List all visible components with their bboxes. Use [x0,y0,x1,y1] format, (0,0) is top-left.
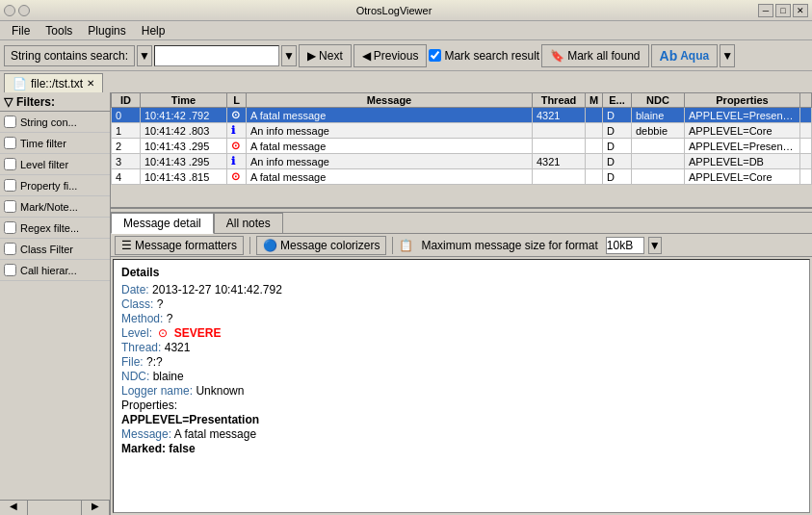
method-label: Method: [121,312,163,325]
next-arrow-icon: ▶ [307,49,316,63]
cell-message-3: An info message [247,154,533,169]
search-input-dropdown[interactable]: ▼ [281,45,297,66]
cell-ndc-1: debbie [632,123,685,139]
ndc-value-text: blaine [153,370,184,383]
cell-e-0: D [603,108,632,123]
cell-thread-1 [533,123,586,139]
detail-method: Method: ? [121,312,801,325]
cell-time-0: 10:41:42 .792 [141,108,227,123]
window-controls-left [4,5,30,16]
filter-checkbox-7[interactable] [4,264,16,276]
filter-item-2[interactable]: Level filter [0,154,110,175]
cell-e-1: D [603,123,632,139]
mark-search-result-checkbox[interactable] [429,49,441,62]
log-row-3[interactable]: 3 10:41:43 .295 ℹ An info message 4321 D… [112,154,812,169]
menu-file[interactable]: File [4,22,38,39]
file-tab-close[interactable]: ✕ [87,78,94,89]
close-button[interactable]: ✕ [793,4,808,17]
max-size-input[interactable] [606,237,644,254]
cell-level-3: ℹ [227,154,247,169]
menu-tools[interactable]: Tools [38,22,80,39]
marked-label: Marked: [121,442,166,455]
message-colorizers-button[interactable]: 🔵 Message colorizers [256,236,386,255]
win-dot-2[interactable] [18,5,30,16]
detail-properties-header: Properties: [121,399,801,412]
filter-item-0[interactable]: String con... [0,112,110,133]
menu-plugins[interactable]: Plugins [80,22,133,39]
minimize-button[interactable]: ─ [758,4,773,17]
cell-scroll-0 [800,108,812,123]
filter-checkbox-2[interactable] [4,158,16,170]
cell-level-2: ⊙ [227,139,247,154]
filter-item-4[interactable]: Mark/Note... [0,196,110,218]
filter-checkbox-0[interactable] [4,116,16,128]
main-area: ▽ Filters: String con... Time filter Lev… [0,92,812,515]
separator-1 [249,237,250,254]
cell-id-1: 1 [112,123,141,139]
log-row-4[interactable]: 4 10:41:43 .815 ⊙ A fatal message D APPL… [112,169,812,185]
cell-properties-4: APPLEVEL=Core [685,169,800,185]
log-row-1[interactable]: 1 10:41:42 .803 ℹ An info message D debb… [112,123,812,139]
filter-label-7: Call hierar... [20,265,77,276]
log-table-container: ID Time L Message Thread M E... NDC Prop… [111,92,812,208]
cell-time-2: 10:41:43 .295 [141,139,227,154]
search-type-dropdown[interactable]: ▼ [137,45,152,66]
mark-search-result-label[interactable]: Mark search result [429,49,539,63]
cell-e-4: D [603,169,632,185]
file-value-text: ?:? [146,355,163,369]
cell-m-3 [586,154,603,169]
cell-id-4: 4 [112,169,141,185]
cell-thread-3: 4321 [533,154,586,169]
cell-level-0: ⊙ [227,108,247,123]
filter-checkbox-5[interactable] [4,221,16,234]
app-title: OtrosLogViewer [30,5,758,16]
filter-item-6[interactable]: Class Filter [0,239,110,260]
log-row-0[interactable]: 0 10:41:42 .792 ⊙ A fatal message 4321 D… [112,108,812,123]
filter-item-1[interactable]: Time filter [0,133,110,154]
search-input[interactable] [154,45,279,66]
mark-all-found-button[interactable]: 🔖 Mark all found [541,44,648,67]
filter-checkbox-1[interactable] [4,137,16,149]
sidebar-scroll-right[interactable]: ▶ [82,501,110,515]
class-label: Class: [121,297,153,311]
previous-button[interactable]: ◀ Previous [354,44,428,67]
sidebar-scroll-left[interactable]: ◀ [0,501,28,515]
menu-help[interactable]: Help [134,22,173,39]
cell-id-0: 0 [112,108,141,123]
next-button[interactable]: ▶ Next [299,44,352,67]
cell-properties-2: APPLEVEL=Presentation [685,139,800,154]
detail-logger: Logger name: Unknown [121,384,801,398]
file-label: File: [121,355,144,369]
formatters-icon: ☰ [121,239,132,252]
aqua-button[interactable]: Ab Aqua [651,44,719,67]
cell-scroll-4 [800,169,812,185]
cell-time-1: 10:41:42 .803 [141,123,227,139]
cell-ndc-4 [632,169,685,185]
cell-m-0 [586,108,603,123]
thread-label: Thread: [121,341,161,354]
filter-item-3[interactable]: Property fi... [0,175,110,196]
filter-checkbox-3[interactable] [4,179,16,192]
date-label: Date: [121,283,149,296]
separator-2 [392,237,393,254]
maximize-button[interactable]: □ [775,4,791,17]
aqua-dropdown[interactable]: ▼ [720,44,735,67]
tab-all-notes[interactable]: All notes [214,213,283,233]
aqua-label: Aqua [680,49,709,63]
filter-checkbox-4[interactable] [4,200,16,213]
win-dot-1[interactable] [4,5,15,16]
cell-level-4: ⊙ [227,169,247,185]
log-row-2[interactable]: 2 10:41:43 .295 ⊙ A fatal message D APPL… [112,139,812,154]
col-m: M [586,93,603,108]
tab-message-detail[interactable]: Message detail [111,213,214,234]
file-tab[interactable]: 📄 file::/tst.txt ✕ [4,73,103,92]
cell-m-1 [586,123,603,139]
filter-item-7[interactable]: Call hierar... [0,260,110,281]
filter-checkbox-6[interactable] [4,243,16,255]
cell-ndc-2 [632,139,685,154]
detail-properties-value: APPLEVEL=Presentation [121,413,801,426]
detail-class: Class: ? [121,297,801,311]
message-formatters-button[interactable]: ☰ Message formatters [115,236,244,255]
filter-item-5[interactable]: Regex filte... [0,218,110,239]
max-size-dropdown[interactable]: ▼ [648,237,662,254]
